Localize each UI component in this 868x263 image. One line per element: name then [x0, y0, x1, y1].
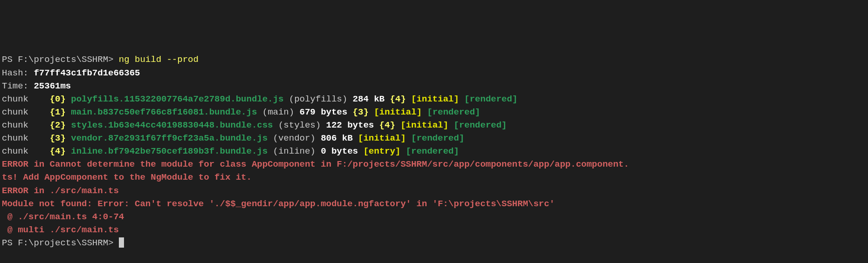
chunk-label: chunk: [2, 133, 50, 143]
error-line: Module not found: Error: Can't resolve '…: [2, 197, 866, 210]
flag-rendered: [rendered]: [400, 146, 459, 156]
time-value: 25361ms: [34, 81, 71, 91]
prompt-prefix: PS F:\projects\SSHRM>: [2, 54, 119, 65]
parent-index: 4: [385, 120, 390, 130]
flag-rendered: [rendered]: [406, 133, 464, 143]
brace-open: {: [50, 94, 55, 104]
chunk-size: 284 kB: [353, 94, 390, 104]
hash-label: Hash:: [2, 68, 34, 78]
chunk-group: (styles): [273, 120, 326, 130]
time-line: Time: 25361ms: [2, 80, 866, 93]
error-line: ERROR in ./src/main.ts: [2, 184, 866, 197]
chunk-file: polyfills.115322007764a7e2789d.bundle.js: [71, 94, 283, 104]
chunk-label: chunk: [2, 94, 50, 104]
parent-index: 3: [358, 107, 363, 117]
parent-close: }: [363, 107, 368, 117]
parent-close: }: [400, 94, 406, 104]
flag-entry: [entry]: [363, 146, 400, 156]
command-text: ng build --prod: [119, 54, 199, 65]
space: [66, 107, 71, 117]
parent-close: }: [390, 120, 395, 130]
error-line: ERROR in Cannot determine the module for…: [2, 158, 866, 171]
chunk-file: main.b837c50ef766c8f16081.bundle.js: [71, 107, 257, 117]
chunk-line: chunk {0} polyfills.115322007764a7e2789d…: [2, 93, 866, 106]
chunk-file: styles.1b63e44cc40198830448.bundle.css: [71, 120, 273, 130]
error-line: @ ./src/main.ts 4:0-74: [2, 210, 866, 223]
flag-rendered: [rendered]: [448, 120, 507, 130]
chunk-index: 0: [55, 94, 60, 104]
parent-open: {: [353, 107, 358, 117]
chunk-size: 0 bytes: [321, 146, 363, 156]
flag-rendered: [rendered]: [459, 94, 517, 104]
brace-open: {: [50, 146, 55, 156]
chunk-index: 1: [55, 107, 60, 117]
chunk-label: chunk: [2, 146, 50, 156]
chunk-index: 3: [55, 133, 60, 143]
hash-line: Hash: f77ff43c1fb7d1e66365: [2, 67, 866, 80]
brace-open: {: [50, 120, 55, 130]
chunk-file: inline.bf7942be750cef189b3f.bundle.js: [71, 146, 268, 156]
space: [66, 146, 71, 156]
flag-initial: [initial]: [406, 94, 459, 104]
parent-open: {: [379, 120, 385, 130]
chunk-size: 679 bytes: [300, 107, 353, 117]
brace-open: {: [50, 133, 55, 143]
chunk-label: chunk: [2, 107, 50, 117]
chunk-group: (inline): [268, 146, 321, 156]
brace-close: }: [60, 133, 65, 143]
brace-close: }: [60, 120, 65, 130]
flag-initial: [initial]: [369, 107, 422, 117]
flag-initial: [initial]: [395, 120, 448, 130]
error-line: @ multi ./src/main.ts: [2, 223, 866, 236]
hash-value: f77ff43c1fb7d1e66365: [34, 68, 140, 78]
chunk-line: chunk {1} main.b837c50ef766c8f16081.bund…: [2, 106, 866, 119]
chunk-line: chunk {4} inline.bf7942be750cef189b3f.bu…: [2, 145, 866, 158]
error-line: ts! Add AppComponent to the NgModule to …: [2, 171, 866, 184]
chunk-size: 122 bytes: [326, 120, 379, 130]
chunk-group: (vendor): [268, 133, 321, 143]
brace-close: }: [60, 107, 65, 117]
flag-initial: [initial]: [358, 133, 406, 143]
chunk-group: (polyfills): [283, 94, 352, 104]
brace-open: {: [50, 107, 55, 117]
prompt-line-2[interactable]: PS F:\projects\SSHRM>: [2, 236, 866, 250]
space: [66, 94, 71, 104]
brace-close: }: [60, 94, 65, 104]
brace-close: }: [60, 146, 65, 156]
prompt-prefix: PS F:\projects\SSHRM>: [2, 238, 119, 248]
prompt-line-1: PS F:\projects\SSHRM> ng build --prod: [2, 53, 866, 66]
chunk-index: 2: [55, 120, 60, 130]
chunk-index: 4: [55, 146, 60, 156]
parent-index: 4: [395, 94, 400, 104]
chunk-label: chunk: [2, 120, 50, 130]
time-label: Time:: [2, 81, 34, 91]
chunk-line: chunk {3} vendor.87e2931f67ff9cf23a5a.bu…: [2, 132, 866, 145]
chunk-line: chunk {2} styles.1b63e44cc40198830448.bu…: [2, 119, 866, 132]
chunk-file: vendor.87e2931f67ff9cf23a5a.bundle.js: [71, 133, 268, 143]
cursor-icon: [119, 237, 124, 248]
space: [66, 133, 71, 143]
chunk-size: 806 kB: [321, 133, 358, 143]
parent-open: {: [390, 94, 395, 104]
space: [66, 120, 71, 130]
flag-rendered: [rendered]: [422, 107, 480, 117]
chunk-group: (main): [257, 107, 299, 117]
